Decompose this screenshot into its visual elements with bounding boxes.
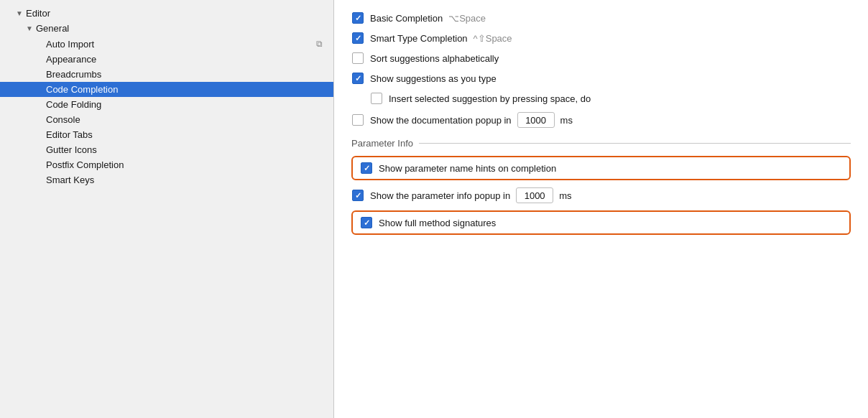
sidebar-item-editor-tabs[interactable]: Editor Tabs	[0, 127, 333, 142]
checkbox-checked-icon	[352, 73, 364, 84]
smart-type-completion-row: Smart Type Completion ^⇧Space	[351, 32, 851, 45]
sidebar-item-code-folding[interactable]: Code Folding	[0, 97, 333, 112]
full-signatures-checkbox[interactable]	[360, 216, 373, 229]
main-settings-panel: Basic Completion ⌥Space Smart Type Compl…	[334, 0, 868, 418]
full-signatures-label: Show full method signatures	[379, 218, 496, 228]
show-suggestions-row: Show suggestions as you type	[351, 72, 851, 85]
show-suggestions-label: Show suggestions as you type	[370, 73, 497, 84]
param-hints-checkbox[interactable]	[360, 162, 373, 175]
sidebar-item-label: Postfix Completion	[46, 159, 328, 170]
basic-completion-label: Basic Completion	[370, 13, 443, 24]
sidebar-item-auto-import[interactable]: Auto Import ⧉	[0, 36, 333, 52]
no-arrow	[36, 70, 46, 78]
param-popup-label: Show the parameter info popup in	[370, 190, 510, 201]
no-arrow	[36, 85, 46, 93]
sidebar-item-console[interactable]: Console	[0, 112, 333, 127]
sidebar-item-breadcrumbs[interactable]: Breadcrumbs	[0, 67, 333, 82]
sidebar-item-label: Code Folding	[46, 99, 328, 110]
no-arrow	[36, 146, 46, 154]
checkbox-checked-icon	[361, 162, 372, 174]
sidebar-item-label: Appearance	[46, 54, 328, 65]
param-popup-value-input[interactable]	[516, 187, 553, 203]
smart-type-completion-label: Smart Type Completion	[370, 33, 468, 44]
smart-type-completion-shortcut: ^⇧Space	[474, 33, 512, 44]
sort-suggestions-label: Sort suggestions alphabetically	[370, 53, 499, 64]
full-signatures-row: Show full method signatures	[360, 216, 842, 229]
doc-popup-label: Show the documentation popup in	[370, 115, 512, 126]
basic-completion-checkbox[interactable]	[351, 11, 364, 24]
sidebar-item-label: Console	[46, 114, 328, 125]
sidebar-item-appearance[interactable]: Appearance	[0, 52, 333, 67]
checkbox-checked-icon	[361, 217, 372, 228]
show-suggestions-checkbox[interactable]	[351, 72, 364, 85]
param-hints-row: Show parameter name hints on completion	[360, 162, 842, 175]
no-arrow	[36, 116, 46, 124]
checkbox-checked-icon	[352, 12, 364, 24]
section-divider	[419, 143, 851, 144]
no-arrow	[36, 161, 46, 169]
checkbox-checked-icon	[352, 32, 364, 44]
doc-popup-checkbox[interactable]	[351, 113, 364, 126]
copy-icon: ⧉	[316, 38, 328, 50]
parameter-info-label: Parameter Info	[351, 138, 413, 149]
checkbox-unchecked-icon	[352, 52, 364, 64]
sidebar-item-editor[interactable]: ▼ Editor	[0, 6, 333, 21]
sidebar-item-label: Editor Tabs	[46, 129, 328, 140]
general-arrow: ▼	[26, 24, 36, 32]
basic-completion-row: Basic Completion ⌥Space	[351, 11, 851, 24]
param-hints-highlight-box: Show parameter name hints on completion	[351, 156, 851, 180]
sidebar-item-label: General	[36, 23, 328, 34]
smart-type-completion-checkbox[interactable]	[351, 32, 364, 45]
sort-suggestions-row: Sort suggestions alphabetically	[351, 52, 851, 65]
checkbox-unchecked-icon	[371, 93, 382, 104]
sidebar-item-general[interactable]: ▼ General	[0, 21, 333, 36]
insert-suggestion-label: Insert selected suggestion by pressing s…	[389, 93, 591, 104]
no-arrow	[36, 101, 46, 108]
no-arrow	[36, 176, 46, 184]
sort-suggestions-checkbox[interactable]	[351, 52, 364, 65]
basic-completion-shortcut: ⌥Space	[448, 13, 486, 24]
settings-sidebar: ▼ Editor ▼ General Auto Import ⧉ Appeara…	[0, 0, 334, 418]
checkbox-checked-icon	[352, 190, 364, 201]
sidebar-item-label: Editor	[26, 8, 328, 19]
sidebar-item-code-completion[interactable]: Code Completion	[0, 82, 333, 97]
sidebar-item-label: Code Completion	[46, 84, 328, 95]
sidebar-item-gutter-icons[interactable]: Gutter Icons	[0, 142, 333, 157]
sidebar-item-postfix-completion[interactable]: Postfix Completion	[0, 157, 333, 172]
no-arrow	[36, 131, 46, 139]
insert-suggestion-checkbox[interactable]	[370, 92, 383, 105]
parameter-info-section-header: Parameter Info	[351, 138, 851, 149]
sidebar-item-label: Gutter Icons	[46, 144, 328, 155]
param-popup-checkbox[interactable]	[351, 189, 364, 202]
checkbox-unchecked-icon	[352, 114, 364, 126]
param-popup-unit: ms	[559, 190, 571, 201]
no-arrow	[36, 40, 46, 48]
sidebar-item-label: Breadcrumbs	[46, 69, 328, 80]
param-popup-row: Show the parameter info popup in ms	[351, 187, 851, 203]
editor-arrow: ▼	[16, 9, 26, 17]
sidebar-item-label: Auto Import	[46, 39, 312, 50]
doc-popup-value-input[interactable]	[517, 112, 555, 128]
doc-popup-row: Show the documentation popup in ms	[351, 112, 851, 128]
doc-popup-unit: ms	[560, 115, 573, 126]
param-hints-label: Show parameter name hints on completion	[379, 163, 556, 174]
no-arrow	[36, 55, 46, 63]
insert-suggestion-row: Insert selected suggestion by pressing s…	[351, 92, 851, 105]
sidebar-item-smart-keys[interactable]: Smart Keys	[0, 172, 333, 187]
full-signatures-highlight-box: Show full method signatures	[351, 210, 851, 235]
sidebar-item-label: Smart Keys	[46, 175, 328, 185]
